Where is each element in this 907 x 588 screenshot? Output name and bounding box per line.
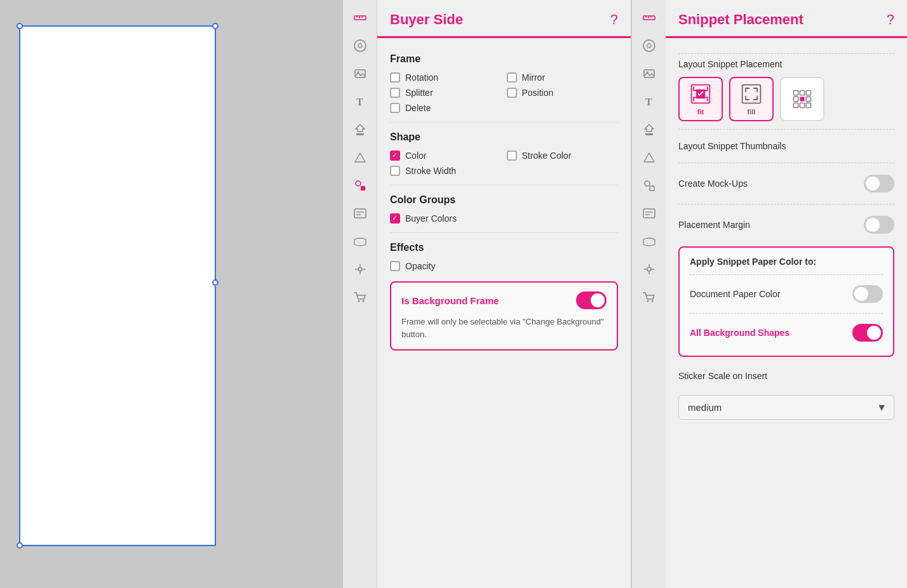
right-shapes-tool[interactable] (636, 173, 662, 198)
layout-snippet-placement-label: Layout Snippet Placement (678, 59, 894, 69)
callout-inner-divider (690, 313, 883, 314)
stroke-width-checkbox-item[interactable]: Stroke Width (390, 166, 502, 176)
resize-handle-bl[interactable] (17, 542, 23, 549)
placement-custom-button[interactable] (780, 77, 824, 121)
margin-toggle-slider (864, 216, 894, 234)
svg-rect-0 (354, 16, 366, 20)
all-background-shapes-toggle[interactable] (852, 324, 883, 342)
shape-triangle-tool[interactable] (347, 145, 373, 170)
position-checkbox[interactable] (507, 88, 517, 98)
shape-colorgroups-divider (390, 185, 618, 185)
buyer-colors-checkbox-item[interactable]: Buyer Colors (390, 213, 502, 224)
mockups-margin-divider (678, 204, 894, 204)
bg-frame-label: Is Background Frame (401, 295, 499, 306)
resize-handle-tl[interactable] (17, 23, 23, 29)
document-paper-color-row: Document Paper Color (690, 280, 883, 308)
right-panel-header: Snippet Placement ? (666, 0, 907, 36)
canvas-page (19, 25, 216, 546)
splitter-checkbox-item[interactable]: Splitter (390, 88, 502, 98)
color-checkbox-item[interactable]: Color (390, 150, 502, 161)
panorama-tool[interactable] (347, 229, 373, 254)
sticker-scale-row: Sticker Scale on Insert (678, 364, 894, 387)
opacity-checkbox-item[interactable]: Opacity (390, 261, 502, 271)
frame-shape-divider (390, 122, 618, 123)
right-image-tool[interactable] (636, 61, 662, 86)
opacity-checkbox[interactable] (390, 261, 400, 271)
svg-text:T: T (645, 97, 652, 107)
position-checkbox-item[interactable]: Position (507, 88, 619, 98)
placement-fit-button[interactable]: fit (678, 77, 723, 121)
svg-point-41 (651, 300, 653, 302)
mirror-checkbox[interactable] (507, 72, 517, 83)
right-ruler-tool[interactable] (636, 5, 662, 30)
bg-frame-toggle[interactable] (576, 291, 607, 309)
svg-rect-51 (800, 103, 804, 107)
ruler-tool[interactable] (347, 5, 373, 30)
panel-header: Buyer Side ? (377, 0, 631, 36)
right-panel-title: Snippet Placement (678, 11, 803, 28)
right-favorites-tool[interactable] (636, 33, 662, 58)
frame-section-title: Frame (390, 53, 618, 65)
stroke-color-checkbox-item[interactable]: Stroke Color (507, 150, 619, 161)
buyer-colors-checkbox[interactable] (390, 213, 400, 224)
image-tool[interactable] (347, 61, 373, 86)
stamp-tool[interactable] (347, 117, 373, 142)
bg-frame-header: Is Background Frame (401, 291, 607, 309)
favorites-tool[interactable] (347, 33, 373, 58)
svg-rect-48 (794, 97, 798, 101)
rotation-checkbox-item[interactable]: Rotation (390, 72, 502, 83)
resize-handle-mr[interactable] (212, 279, 218, 286)
svg-point-25 (643, 40, 655, 51)
svg-rect-49 (806, 97, 810, 101)
delete-checkbox-item[interactable]: Delete (390, 103, 502, 113)
rotation-label: Rotation (405, 72, 438, 83)
stroke-color-checkbox[interactable] (507, 150, 517, 161)
layout-thumbnails-row: Layout Snippet Thumbnails (678, 135, 894, 157)
delete-checkbox[interactable] (390, 103, 400, 113)
left-toolbar: T (343, 0, 377, 588)
panel-help-icon[interactable]: ? (610, 11, 618, 28)
right-magic-tool[interactable] (636, 257, 662, 282)
splitter-checkbox[interactable] (390, 88, 400, 98)
mirror-checkbox-item[interactable]: Mirror (507, 72, 619, 83)
rotation-checkbox[interactable] (390, 72, 400, 83)
right-card-tool[interactable] (636, 201, 662, 226)
cart-tool[interactable] (347, 284, 373, 310)
stroke-color-label: Stroke Color (522, 150, 572, 161)
text-tool[interactable]: T (347, 89, 373, 114)
sticker-scale-select[interactable]: small medium large (678, 395, 894, 420)
stroke-width-checkbox[interactable] (390, 166, 400, 176)
right-cart-tool[interactable] (636, 284, 662, 310)
document-paper-color-label: Document Paper Color (690, 289, 780, 299)
document-paper-color-toggle[interactable] (852, 285, 883, 303)
card-tool[interactable] (347, 201, 373, 226)
snippet-placement-panel: Snippet Placement ? Layout Snippet Place… (666, 0, 907, 588)
callout-divider (690, 274, 883, 275)
right-panel-help-icon[interactable]: ? (887, 11, 894, 28)
opacity-label: Opacity (405, 261, 435, 271)
mock-ups-toggle-slider (864, 175, 894, 192)
right-triangle-tool[interactable] (636, 145, 662, 170)
mock-ups-toggle[interactable] (864, 175, 894, 192)
right-text-tool[interactable]: T (636, 89, 662, 114)
snippet-paper-callout: Apply Snippet Paper Color to: Document P… (678, 246, 894, 357)
svg-rect-21 (643, 16, 655, 20)
right-panorama-tool[interactable] (636, 229, 662, 254)
color-checkbox[interactable] (390, 150, 400, 161)
buyer-colors-label: Buyer Colors (405, 213, 457, 224)
magic-tool[interactable] (347, 257, 373, 282)
bg-frame-callout: Is Background Frame Frame will only be s… (390, 281, 618, 351)
margin-toggle[interactable] (864, 216, 894, 234)
placement-fill-button[interactable]: fill (729, 77, 774, 121)
right-stamp-tool[interactable] (636, 117, 662, 142)
svg-rect-5 (355, 70, 365, 77)
svg-rect-11 (354, 209, 366, 218)
frame-checkboxes: Rotation Mirror Splitter Position Delete (390, 72, 618, 113)
sticker-scale-select-wrapper: small medium large ▼ (678, 395, 894, 420)
fill-label: fill (748, 108, 756, 116)
svg-rect-47 (806, 91, 810, 95)
shapes-tool[interactable] (347, 173, 373, 198)
resize-handle-tr[interactable] (212, 23, 218, 29)
buyer-side-panel: Buyer Side ? Frame Rotation Mirror Split… (377, 0, 631, 588)
svg-point-30 (645, 181, 650, 186)
